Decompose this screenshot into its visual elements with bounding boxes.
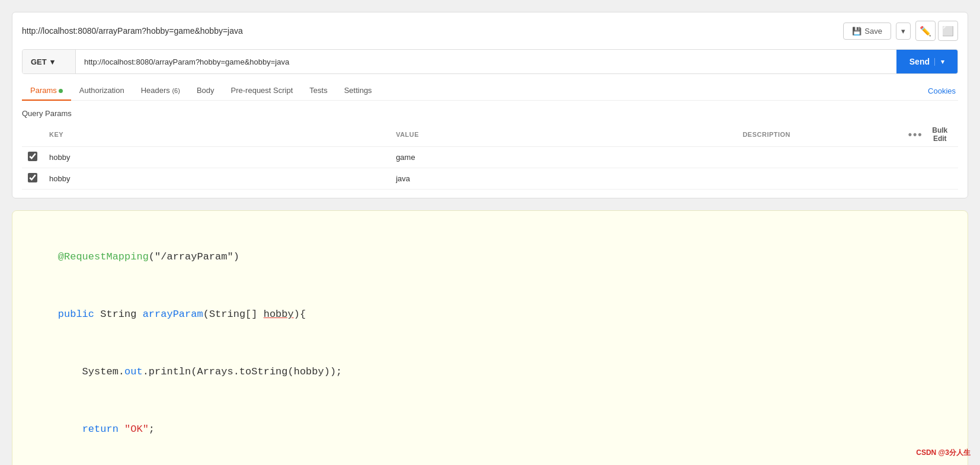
save-chevron-button[interactable]: ▾ [896,23,911,40]
tabs-left: Params Authorization Headers (6) Body Pr… [22,81,380,100]
copy-icon-button[interactable]: ⬜ [938,21,958,41]
row1-checkbox-cell [22,147,43,168]
return-type: String [94,309,143,320]
col-actions: ••• Bulk Edit [902,123,958,147]
row2-checkbox-cell [22,168,43,190]
tab-prerequest[interactable]: Pre-request Script [223,81,302,101]
action-icons: ✏️ ⬜ [915,21,958,41]
method-params: (String[] [203,309,264,320]
edit-icon-button[interactable]: ✏️ [915,21,936,41]
indent2 [58,424,82,435]
hobby-param: hobby [264,309,294,320]
annotation-keyword: @RequestMapping [58,251,149,262]
tab-settings-label: Settings [344,86,372,95]
send-label: Send [909,57,930,66]
code-line-2: public String arrayParam(String[] hobby)… [34,286,946,344]
code-line-4: return "OK"; [34,401,946,458]
tab-params-label: Params [30,86,57,95]
save-label: Save [864,27,882,36]
public-keyword: public [58,309,94,320]
params-table: KEY VALUE DESCRIPTION ••• Bulk Edit hobb… [22,123,958,190]
space [119,424,124,435]
chevron-down-icon: ▾ [901,27,905,36]
row2-description[interactable] [736,168,902,190]
code-line-3: System.out.println(Arrays.toString(hobby… [34,344,946,401]
table-row: hobby game [22,147,958,168]
col-key: KEY [43,123,390,147]
copy-icon: ⬜ [942,25,954,37]
method-params-end: ){ [294,309,306,320]
tab-headers-label: Headers (6) [141,86,180,95]
tab-authorization[interactable]: Authorization [71,81,133,101]
tabs-row: Params Authorization Headers (6) Body Pr… [22,81,958,101]
code-panel: @RequestMapping("/arrayParam") public St… [12,210,968,465]
annotation-params: ("/arrayParam") [149,251,239,262]
edit-icon: ✏️ [920,25,931,37]
tab-prerequest-label: Pre-request Script [231,86,293,95]
code-line-5: } [34,458,946,465]
method-select[interactable]: GET ▾ [23,50,76,73]
row1-description[interactable] [736,147,902,168]
url-input[interactable] [76,50,896,73]
bulk-edit-button[interactable]: Bulk Edit [928,126,952,143]
send-button[interactable]: Send ▾ [896,50,957,73]
row1-checkbox[interactable] [28,152,37,161]
tab-headers[interactable]: Headers (6) [133,81,188,101]
indent1: System. [58,366,124,377]
tab-tests-label: Tests [309,86,327,95]
tab-body-label: Body [197,86,214,95]
semicolon: ; [149,424,155,435]
code-line-1: @RequestMapping("/arrayParam") [34,229,946,286]
url-bar-row: http://localhost:8080/arrayParam?hobby=g… [22,21,958,41]
tab-settings[interactable]: Settings [336,81,380,101]
row2-checkbox[interactable] [28,173,37,182]
return-value: "OK" [124,424,149,435]
method-chevron-icon: ▾ [50,57,55,66]
request-panel: http://localhost:8080/arrayParam?hobby=g… [12,12,968,198]
row2-value[interactable]: java [390,168,736,190]
params-dot [59,89,63,93]
more-icon[interactable]: ••• [908,129,923,141]
save-disk-icon: 💾 [852,27,861,36]
return-keyword: return [82,424,119,435]
url-title-actions: 💾 Save ▾ ✏️ ⬜ [843,21,958,41]
query-params-label: Query Params [22,109,958,118]
row2-actions [902,168,958,190]
row1-key[interactable]: hobby [43,147,390,168]
col-description: DESCRIPTION [736,123,902,147]
tab-tests[interactable]: Tests [301,81,335,101]
method-url-row: GET ▾ Send ▾ [22,49,958,74]
out-keyword: out [124,366,143,377]
url-title: http://localhost:8080/arrayParam?hobby=g… [22,26,243,36]
row1-actions [902,147,958,168]
tab-body[interactable]: Body [188,81,223,101]
row1-value[interactable]: game [390,147,736,168]
row2-key[interactable]: hobby [43,168,390,190]
println: .println(Arrays.toString(hobby)); [143,366,342,377]
save-button[interactable]: 💾 Save [843,23,891,40]
table-row: hobby java [22,168,958,190]
col-value: VALUE [390,123,736,147]
watermark: CSDN @3分人生 [916,448,971,458]
method-name: arrayParam [143,309,203,320]
method-label: GET [31,57,47,66]
send-chevron-icon: ▾ [934,58,944,66]
col-checkbox [22,123,43,147]
cookies-link[interactable]: Cookies [928,86,958,95]
headers-badge: (6) [172,87,180,94]
tab-authorization-label: Authorization [79,86,124,95]
tab-params[interactable]: Params [22,81,71,101]
